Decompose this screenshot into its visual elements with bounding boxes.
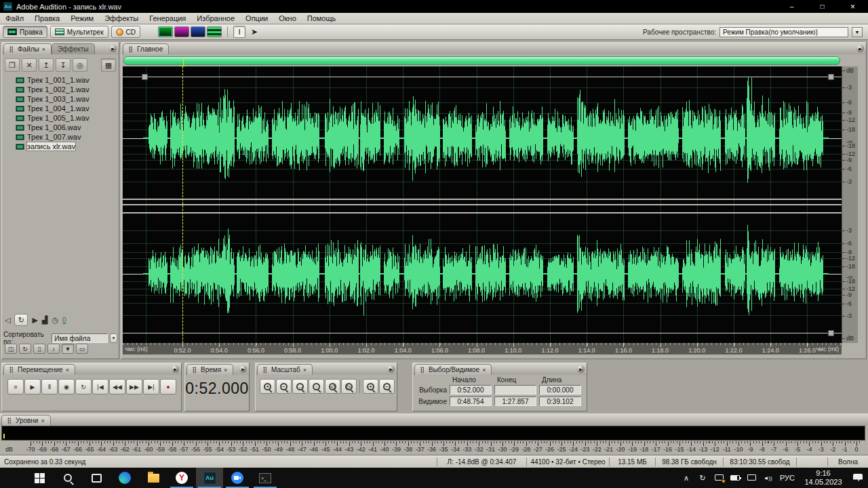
tab-main[interactable]: Главное (123, 43, 169, 54)
sort-select[interactable]: Имя файла (52, 333, 108, 343)
show-video-toggle[interactable]: ▯ (33, 344, 45, 354)
tab-time[interactable]: Время × (186, 364, 233, 375)
cd-view-button[interactable]: CD (111, 26, 140, 38)
capture-audio-button[interactable]: ◎ (73, 58, 87, 72)
tab-transport[interactable]: Перемещение × (3, 364, 75, 375)
panel-grip[interactable] (7, 418, 11, 424)
show-loops-toggle[interactable]: ↻ (19, 344, 31, 354)
panel-grip[interactable] (9, 46, 13, 53)
pause-button[interactable]: Ⅱ (41, 379, 58, 394)
file-row[interactable]: Трек 1_005_1.wav (3, 113, 117, 123)
panel-grip[interactable] (9, 367, 13, 373)
selection-panel-menu-button[interactable]: ▶ (577, 365, 585, 373)
yandex-browser-taskbar-icon[interactable]: Y (168, 468, 195, 488)
insert-into-multitrack-button[interactable]: ↥ (39, 58, 54, 72)
menu-7[interactable]: Опции (240, 14, 273, 22)
workspace-dropdown-arrow[interactable]: ▼ (852, 27, 863, 37)
insert-into-cd-button[interactable]: ↧ (56, 58, 71, 72)
maximize-button[interactable]: □ (807, 0, 837, 13)
zoom-full-button[interactable]: ↔ (292, 379, 308, 394)
file-row[interactable]: Трек 1_007.wav (3, 132, 117, 142)
transport-panel-menu-button[interactable]: ▶ (172, 365, 179, 373)
volume-icon[interactable]: ◄)) (760, 475, 776, 481)
menu-3[interactable]: Режим (65, 14, 99, 22)
play-from-cursor-button[interactable]: ◉ (58, 379, 75, 394)
menu-4[interactable]: Эффекты (99, 14, 144, 22)
scrub-tool-button[interactable]: ➤ (251, 27, 258, 37)
edit-view-button[interactable]: Правка (3, 26, 47, 38)
show-audio-files-toggle[interactable]: ◫ (5, 344, 17, 354)
file-row[interactable]: Трек 1_004_1.wav (3, 104, 117, 113)
loop-toggle[interactable]: ↻ (14, 314, 28, 326)
preview-timer[interactable]: ◷ (52, 316, 58, 325)
overview-navigation-bar[interactable] (123, 56, 840, 65)
zoom-to-right-edge-button[interactable]: ▷ (341, 379, 357, 394)
fast-forward-button[interactable]: ▶▶ (126, 379, 142, 394)
auto-play-toggle[interactable]: ◁ (5, 316, 10, 325)
battery-icon[interactable] (727, 474, 743, 482)
filter-toggle[interactable]: ▼ (62, 344, 74, 354)
options-toggle-button[interactable]: ▦ (101, 58, 116, 72)
zoom-out-horizontal-button[interactable]: − (276, 379, 292, 394)
clock[interactable]: 9:16 14.05.2023 (799, 469, 848, 487)
workspace-select[interactable]: Режим Правка(по умолчанию) (719, 27, 848, 37)
language-indicator[interactable]: РУС (776, 474, 799, 482)
file-row[interactable]: Трек 1_003_1.wav (3, 94, 117, 104)
main-panel-menu-button[interactable]: ▶ (856, 45, 864, 52)
tab-time-close-icon[interactable]: × (224, 367, 227, 373)
go-to-start-button[interactable]: |◀ (92, 379, 108, 394)
menu-9[interactable]: Помощь (302, 14, 342, 22)
import-file-button[interactable]: ❐ (5, 58, 20, 72)
search-taskbar-icon[interactable] (54, 468, 81, 488)
tray-chevron-icon[interactable]: ∧ (678, 474, 694, 483)
menu-2[interactable]: Правка (29, 14, 65, 22)
tab-selection[interactable]: Выбор/Видимое × (414, 364, 492, 375)
selection-field[interactable]: 0:39.102 (539, 396, 581, 406)
tab-zoom-close-icon[interactable]: × (303, 367, 307, 373)
go-to-end-button[interactable]: ▶| (143, 379, 159, 394)
terminal-taskbar-icon[interactable]: >_ (252, 468, 279, 488)
tab-levels[interactable]: Уровни × (1, 415, 51, 426)
minimize-button[interactable]: – (776, 0, 807, 13)
selection-field[interactable] (494, 385, 536, 394)
time-panel-menu-button[interactable]: ▶ (239, 365, 247, 373)
screen-share-icon[interactable] (711, 474, 727, 482)
overview-playhead-marker[interactable] (183, 57, 184, 66)
spectral-pan-mode-button[interactable] (191, 26, 205, 37)
file-row[interactable]: Трек 1_002_1.wav (3, 85, 117, 94)
file-row[interactable]: Трек 1_001_1.wav (3, 75, 117, 85)
sync-icon[interactable]: ↻ (694, 474, 711, 483)
file-explorer-taskbar-icon[interactable] (140, 468, 167, 488)
preview-volume-value[interactable]: 0 (62, 317, 66, 324)
panel-grip[interactable] (193, 367, 196, 373)
zoom-to-left-edge-button[interactable]: ◁ (325, 379, 340, 394)
close-file-button[interactable]: ✕ (22, 58, 37, 72)
zoom-app-taskbar-icon[interactable] (224, 468, 251, 488)
task-view-taskbar-icon[interactable] (83, 468, 110, 488)
menu-6[interactable]: Избранное (191, 14, 240, 22)
network-icon[interactable] (743, 474, 760, 482)
selection-field[interactable]: 0:00.000 (539, 385, 581, 394)
advanced-options-toggle[interactable]: ▭ (76, 344, 88, 354)
stop-button[interactable]: ■ (7, 379, 24, 394)
tab-zoom[interactable]: Масштаб × (257, 364, 313, 375)
waveform-display-mode-button[interactable] (158, 26, 173, 37)
zoom-out-vertical-button[interactable]: − (379, 379, 395, 394)
zoom-panel-menu-button[interactable]: ▶ (387, 365, 395, 373)
action-center-icon[interactable] (848, 474, 868, 482)
panel-grip[interactable] (129, 46, 132, 53)
show-midi-toggle[interactable]: ♪ (47, 344, 60, 354)
start-taskbar-icon[interactable] (26, 468, 53, 488)
file-row[interactable]: запись xlr.wav (3, 142, 117, 151)
adobe-audition-taskbar-icon[interactable]: Au (196, 468, 223, 488)
close-button[interactable]: × (837, 0, 868, 13)
preview-volume[interactable]: ▟ (42, 316, 47, 325)
menu-1[interactable]: Файл (0, 14, 29, 22)
zoom-in-horizontal-button[interactable]: + (260, 379, 275, 394)
spectral-frequency-mode-button[interactable] (174, 26, 189, 37)
multitrack-view-button[interactable]: Мультитрек (50, 26, 108, 38)
play-looped-button[interactable]: ↻ (75, 379, 92, 394)
spectral-phase-mode-button[interactable] (207, 26, 222, 37)
level-meter[interactable] (1, 426, 865, 441)
zoom-in-vertical-button[interactable]: + (363, 379, 378, 394)
